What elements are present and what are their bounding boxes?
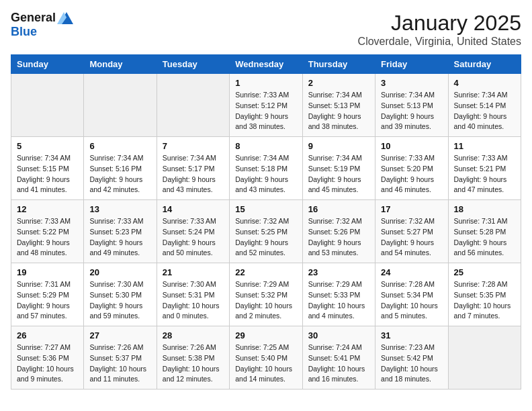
day-info: Sunrise: 7:32 AM Sunset: 5:25 PM Dayligh…: [235, 216, 296, 259]
calendar-day-23: 23Sunrise: 7:29 AM Sunset: 5:33 PM Dayli…: [302, 263, 375, 326]
page-header: General Blue January 2025 Cloverdale, Vi…: [11, 11, 521, 48]
day-number: 9: [308, 141, 369, 151]
logo-general-text: General: [11, 11, 56, 25]
day-info: Sunrise: 7:26 AM Sunset: 5:37 PM Dayligh…: [89, 342, 150, 385]
day-number: 3: [381, 78, 442, 88]
calendar-week-1: 1Sunrise: 7:33 AM Sunset: 5:12 PM Daylig…: [11, 74, 521, 137]
day-info: Sunrise: 7:34 AM Sunset: 5:18 PM Dayligh…: [235, 153, 296, 195]
calendar-empty-cell: [84, 74, 157, 137]
calendar-week-4: 19Sunrise: 7:31 AM Sunset: 5:29 PM Dayli…: [11, 263, 521, 326]
calendar-day-17: 17Sunrise: 7:32 AM Sunset: 5:27 PM Dayli…: [375, 200, 448, 263]
day-info: Sunrise: 7:23 AM Sunset: 5:42 PM Dayligh…: [381, 342, 442, 385]
day-number: 18: [454, 204, 515, 214]
location-title: Cloverdale, Virginia, United States: [358, 36, 521, 48]
day-number: 20: [89, 267, 150, 277]
calendar-day-2: 2Sunrise: 7:34 AM Sunset: 5:13 PM Daylig…: [302, 74, 375, 137]
day-number: 30: [308, 330, 369, 340]
calendar-week-5: 26Sunrise: 7:27 AM Sunset: 5:36 PM Dayli…: [11, 326, 521, 390]
day-number: 11: [454, 141, 515, 151]
weekday-header-tuesday: Tuesday: [157, 55, 229, 74]
calendar-day-8: 8Sunrise: 7:34 AM Sunset: 5:18 PM Daylig…: [230, 137, 302, 200]
calendar-day-12: 12Sunrise: 7:33 AM Sunset: 5:22 PM Dayli…: [11, 200, 84, 263]
weekday-header-thursday: Thursday: [302, 55, 375, 74]
calendar-day-14: 14Sunrise: 7:33 AM Sunset: 5:24 PM Dayli…: [157, 200, 229, 263]
day-info: Sunrise: 7:32 AM Sunset: 5:27 PM Dayligh…: [381, 216, 442, 259]
weekday-header-monday: Monday: [84, 55, 157, 74]
day-info: Sunrise: 7:32 AM Sunset: 5:26 PM Dayligh…: [308, 216, 369, 259]
day-number: 17: [381, 204, 442, 214]
day-info: Sunrise: 7:30 AM Sunset: 5:30 PM Dayligh…: [89, 279, 150, 322]
calendar-day-19: 19Sunrise: 7:31 AM Sunset: 5:29 PM Dayli…: [11, 263, 84, 326]
calendar-day-9: 9Sunrise: 7:34 AM Sunset: 5:19 PM Daylig…: [302, 137, 375, 200]
day-number: 21: [163, 267, 224, 277]
calendar-day-4: 4Sunrise: 7:34 AM Sunset: 5:14 PM Daylig…: [448, 74, 521, 137]
calendar-day-27: 27Sunrise: 7:26 AM Sunset: 5:37 PM Dayli…: [84, 326, 157, 390]
day-number: 26: [17, 330, 78, 340]
day-info: Sunrise: 7:24 AM Sunset: 5:41 PM Dayligh…: [308, 342, 369, 385]
day-info: Sunrise: 7:33 AM Sunset: 5:24 PM Dayligh…: [163, 216, 224, 259]
title-area: January 2025 Cloverdale, Virginia, Unite…: [358, 11, 521, 48]
calendar-day-22: 22Sunrise: 7:29 AM Sunset: 5:32 PM Dayli…: [230, 263, 302, 326]
calendar-day-20: 20Sunrise: 7:30 AM Sunset: 5:30 PM Dayli…: [84, 263, 157, 326]
day-info: Sunrise: 7:29 AM Sunset: 5:32 PM Dayligh…: [235, 279, 296, 322]
day-info: Sunrise: 7:31 AM Sunset: 5:28 PM Dayligh…: [454, 216, 515, 259]
day-number: 24: [381, 267, 442, 277]
calendar-day-16: 16Sunrise: 7:32 AM Sunset: 5:26 PM Dayli…: [302, 200, 375, 263]
calendar-day-15: 15Sunrise: 7:32 AM Sunset: 5:25 PM Dayli…: [230, 200, 302, 263]
calendar-day-31: 31Sunrise: 7:23 AM Sunset: 5:42 PM Dayli…: [375, 326, 448, 390]
calendar-day-3: 3Sunrise: 7:34 AM Sunset: 5:13 PM Daylig…: [375, 74, 448, 137]
calendar-day-6: 6Sunrise: 7:34 AM Sunset: 5:16 PM Daylig…: [84, 137, 157, 200]
day-number: 7: [163, 141, 224, 151]
calendar-day-28: 28Sunrise: 7:26 AM Sunset: 5:38 PM Dayli…: [157, 326, 229, 390]
calendar-day-5: 5Sunrise: 7:34 AM Sunset: 5:15 PM Daylig…: [11, 137, 84, 200]
weekday-header-row: SundayMondayTuesdayWednesdayThursdayFrid…: [11, 55, 521, 74]
logo-icon: [57, 12, 73, 24]
day-number: 22: [235, 267, 296, 277]
day-info: Sunrise: 7:26 AM Sunset: 5:38 PM Dayligh…: [163, 342, 224, 385]
day-number: 25: [454, 267, 515, 277]
day-info: Sunrise: 7:27 AM Sunset: 5:36 PM Dayligh…: [17, 342, 78, 385]
day-info: Sunrise: 7:34 AM Sunset: 5:14 PM Dayligh…: [454, 90, 515, 132]
logo-blue-text: Blue: [11, 25, 37, 39]
day-number: 15: [235, 204, 296, 214]
day-number: 28: [163, 330, 224, 340]
calendar-table: SundayMondayTuesdayWednesdayThursdayFrid…: [11, 54, 521, 390]
weekday-header-sunday: Sunday: [11, 55, 84, 74]
calendar-day-1: 1Sunrise: 7:33 AM Sunset: 5:12 PM Daylig…: [230, 74, 302, 137]
day-number: 2: [308, 78, 369, 88]
day-number: 23: [308, 267, 369, 277]
day-number: 10: [381, 141, 442, 151]
day-info: Sunrise: 7:33 AM Sunset: 5:20 PM Dayligh…: [381, 153, 442, 195]
calendar-day-7: 7Sunrise: 7:34 AM Sunset: 5:17 PM Daylig…: [157, 137, 229, 200]
day-info: Sunrise: 7:34 AM Sunset: 5:13 PM Dayligh…: [308, 90, 369, 132]
day-info: Sunrise: 7:28 AM Sunset: 5:34 PM Dayligh…: [381, 279, 442, 322]
calendar-day-25: 25Sunrise: 7:28 AM Sunset: 5:35 PM Dayli…: [448, 263, 521, 326]
day-number: 13: [89, 204, 150, 214]
day-info: Sunrise: 7:33 AM Sunset: 5:12 PM Dayligh…: [235, 90, 296, 132]
day-info: Sunrise: 7:25 AM Sunset: 5:40 PM Dayligh…: [235, 342, 296, 385]
day-number: 1: [235, 78, 296, 88]
calendar-day-13: 13Sunrise: 7:33 AM Sunset: 5:23 PM Dayli…: [84, 200, 157, 263]
day-number: 8: [235, 141, 296, 151]
calendar-day-26: 26Sunrise: 7:27 AM Sunset: 5:36 PM Dayli…: [11, 326, 84, 390]
calendar-day-29: 29Sunrise: 7:25 AM Sunset: 5:40 PM Dayli…: [230, 326, 302, 390]
day-info: Sunrise: 7:28 AM Sunset: 5:35 PM Dayligh…: [454, 279, 515, 322]
day-info: Sunrise: 7:34 AM Sunset: 5:13 PM Dayligh…: [381, 90, 442, 132]
day-info: Sunrise: 7:34 AM Sunset: 5:16 PM Dayligh…: [89, 153, 150, 195]
day-number: 5: [17, 141, 78, 151]
month-title: January 2025: [358, 11, 521, 36]
calendar-day-10: 10Sunrise: 7:33 AM Sunset: 5:20 PM Dayli…: [375, 137, 448, 200]
day-info: Sunrise: 7:33 AM Sunset: 5:21 PM Dayligh…: [454, 153, 515, 195]
calendar-empty-cell: [11, 74, 84, 137]
calendar-empty-cell: [157, 74, 229, 137]
day-info: Sunrise: 7:34 AM Sunset: 5:15 PM Dayligh…: [17, 153, 78, 195]
day-info: Sunrise: 7:31 AM Sunset: 5:29 PM Dayligh…: [17, 279, 78, 322]
calendar-day-30: 30Sunrise: 7:24 AM Sunset: 5:41 PM Dayli…: [302, 326, 375, 390]
day-info: Sunrise: 7:29 AM Sunset: 5:33 PM Dayligh…: [308, 279, 369, 322]
day-info: Sunrise: 7:33 AM Sunset: 5:23 PM Dayligh…: [89, 216, 150, 259]
calendar-day-11: 11Sunrise: 7:33 AM Sunset: 5:21 PM Dayli…: [448, 137, 521, 200]
calendar-week-2: 5Sunrise: 7:34 AM Sunset: 5:15 PM Daylig…: [11, 137, 521, 200]
day-number: 6: [89, 141, 150, 151]
calendar-week-3: 12Sunrise: 7:33 AM Sunset: 5:22 PM Dayli…: [11, 200, 521, 263]
calendar-day-24: 24Sunrise: 7:28 AM Sunset: 5:34 PM Dayli…: [375, 263, 448, 326]
